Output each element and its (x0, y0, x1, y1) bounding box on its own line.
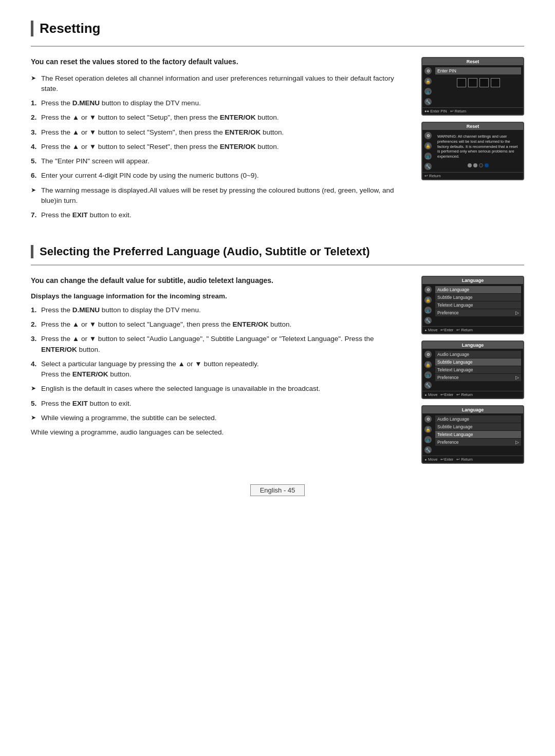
tv-lang2-icon-3: 📺 (424, 371, 432, 379)
tv-icon-5: ⚙ (424, 132, 432, 139)
dot-red (468, 163, 472, 167)
tv-screen2-body: ⚙ 🔒 📺 🔧 WARNING: All channel settings an… (422, 130, 523, 172)
tv-screen2-title: Reset (422, 123, 523, 130)
tv-icon-6: 🔒 (424, 142, 432, 149)
tv-audio-lang-2: Audio Language (435, 351, 521, 358)
tv-lang3-enter: ↩Enter (440, 457, 453, 462)
section2-title: Selecting the Preferred Language (Audio,… (31, 245, 524, 258)
step-note: While viewing a programme, the subtitle … (31, 413, 406, 423)
tv-subtitle-lang-3: Subtitle Language (435, 423, 521, 430)
tv-lang1-move: ⬥ Move (424, 328, 437, 332)
tv-teletext-lang-2: Teletext Language (435, 366, 521, 373)
tv-lang3-icon-1: ⚙ (424, 415, 432, 423)
tv-preference-1: Preference▷ (435, 309, 521, 316)
tv-teletext-lang-1: Teletext Language (435, 301, 521, 309)
tv-screen1-body: ⚙ 🔒 📺 🔧 Enter PIN (422, 65, 523, 107)
step-note: The warning message is displayed.All val… (31, 185, 406, 206)
section2-divider (31, 264, 524, 266)
step-item: Select a particular language by pressing… (31, 359, 406, 380)
pin-box-4 (491, 78, 500, 87)
color-dots (435, 161, 521, 169)
tv-lang1-enter: ↩Enter (440, 328, 453, 332)
section2-content: You can change the default value for sub… (31, 276, 524, 464)
section2-left: You can change the default value for sub… (31, 276, 406, 464)
tv-preference-2: Preference▷ (435, 374, 521, 381)
tv-lang3-return: ↩ Return (456, 457, 473, 462)
tv-lang2-main: Audio Language Subtitle Language Teletex… (435, 351, 521, 389)
pin-box-2 (468, 78, 477, 87)
tv-footer-return-1: ↩ Return (450, 109, 467, 114)
tv-lang2-enter: ↩Enter (440, 392, 453, 397)
step-item: Press the ▲ or ▼ button to select "Setup… (31, 112, 406, 123)
tv-teletext-lang-3: Teletext Language (435, 431, 521, 438)
tv-screen-lang-1: Language ⚙ 🔒 📺 🔧 Audio Language Subtitle… (421, 276, 524, 334)
tv-lang2-icon-4: 🔧 (424, 382, 432, 389)
section2-screens: Language ⚙ 🔒 📺 🔧 Audio Language Subtitle… (421, 276, 524, 464)
section1-title: Resetting (31, 21, 524, 36)
tv-lang1-icon-3: 📺 (424, 307, 432, 314)
tv-screen1-footer: ●● Enter PIN ↩ Return (422, 107, 523, 115)
tv-screen2-main: WARNING: All channel settings and user p… (435, 132, 521, 170)
tv-icon-3: 📺 (424, 88, 432, 95)
dot-blue (485, 163, 489, 167)
section2-intro: You can change the default value for sub… (31, 276, 406, 286)
tv-lang3-icon-2: 🔒 (424, 426, 432, 433)
tv-lang3-footer: ⬥ Move ↩Enter ↩ Return (422, 456, 523, 463)
page-number-badge: English - 45 (250, 484, 305, 496)
dot-green (473, 163, 477, 167)
tv-lang3-icons: ⚙ 🔒 📺 🔧 (424, 415, 434, 453)
tv-screen1-icons: ⚙ 🔒 📺 🔧 (424, 67, 434, 105)
page-footer: English - 45 (31, 484, 524, 496)
step-plain: While viewing a programme, audio languag… (31, 427, 406, 438)
tv-lang2-return: ↩ Return (456, 392, 473, 397)
tv-subtitle-lang-1: Subtitle Language (435, 294, 521, 301)
tv-lang2-body: ⚙ 🔒 📺 🔧 Audio Language Subtitle Language… (422, 349, 523, 391)
tv-lang2-icon-2: 🔒 (424, 361, 432, 368)
section1-intro: You can reset the values stored to the f… (31, 57, 406, 67)
step-item: Press the ▲ or ▼ button to select "Audio… (31, 334, 406, 355)
tv-icon-4: 🔧 (424, 98, 432, 105)
step-item: Press the D.MENU button to display the D… (31, 305, 406, 315)
tv-icon-8: 🔧 (424, 163, 432, 170)
tv-warning-text: WARNING: All channel settings and user p… (435, 132, 521, 161)
section1-screens: Reset ⚙ 🔒 📺 🔧 Enter PIN (421, 57, 524, 224)
section1-steps: The Reset operation deletes all channel … (31, 73, 406, 221)
tv-lang2-title: Language (422, 342, 523, 349)
tv-audio-lang-1: Audio Language (435, 286, 521, 293)
tv-footer-enter-pin: ●● Enter PIN (424, 109, 447, 114)
tv-lang3-title: Language (422, 406, 523, 413)
tv-lang1-body: ⚙ 🔒 📺 🔧 Audio Language Subtitle Language… (422, 284, 523, 326)
tv-lang2-icon-1: ⚙ (424, 351, 432, 358)
section2-displays: Displays the language information for th… (31, 292, 406, 300)
tv-lang2-footer: ⬥ Move ↩Enter ↩ Return (422, 391, 523, 398)
step-item: Enter your current 4-digit PIN code by u… (31, 171, 406, 181)
tv-audio-lang-3: Audio Language (435, 415, 521, 423)
step-item: Press the ▲ or ▼ button to select "Langu… (31, 319, 406, 330)
pin-entry-boxes (435, 75, 521, 90)
tv-lang3-body: ⚙ 🔒 📺 🔧 Audio Language Subtitle Language… (422, 413, 523, 456)
tv-lang1-icon-4: 🔧 (424, 317, 432, 324)
tv-icon-7: 📺 (424, 153, 432, 160)
tv-lang3-icon-4: 🔧 (424, 446, 432, 453)
step-item: The "Enter PIN" screen will appear. (31, 156, 406, 166)
tv-screen-reset-pin: Reset ⚙ 🔒 📺 🔧 Enter PIN (421, 57, 524, 116)
tv-lang3-move: ⬥ Move (424, 457, 437, 462)
step-item: Press the ▲ or ▼ button to select "Syste… (31, 127, 406, 138)
tv-screen-reset-warning: Reset ⚙ 🔒 📺 🔧 WARNING: All channel setti… (421, 122, 524, 180)
tv-lang3-main: Audio Language Subtitle Language Teletex… (435, 415, 521, 453)
tv-screen2-icons: ⚙ 🔒 📺 🔧 (424, 132, 434, 170)
section2-steps: Press the D.MENU button to display the D… (31, 305, 406, 438)
tv-lang1-title: Language (422, 277, 523, 284)
section2: Selecting the Preferred Language (Audio,… (31, 245, 524, 464)
section1-divider (31, 46, 524, 47)
step-item: Press the D.MENU button to display the D… (31, 98, 406, 108)
pin-box-1 (457, 78, 466, 87)
tv-lang2-move: ⬥ Move (424, 392, 437, 397)
dot-yellow (479, 163, 483, 167)
step-note: English is the default in cases where th… (31, 384, 406, 394)
section1-content: You can reset the values stored to the f… (31, 57, 524, 224)
tv-screen1-main: Enter PIN (435, 67, 521, 105)
tv-lang1-footer: ⬥ Move ↩Enter ↩ Return (422, 326, 523, 333)
tv-screen-lang-2: Language ⚙ 🔒 📺 🔧 Audio Language Subtitle… (421, 341, 524, 399)
tv-enter-pin-label: Enter PIN (435, 67, 521, 74)
